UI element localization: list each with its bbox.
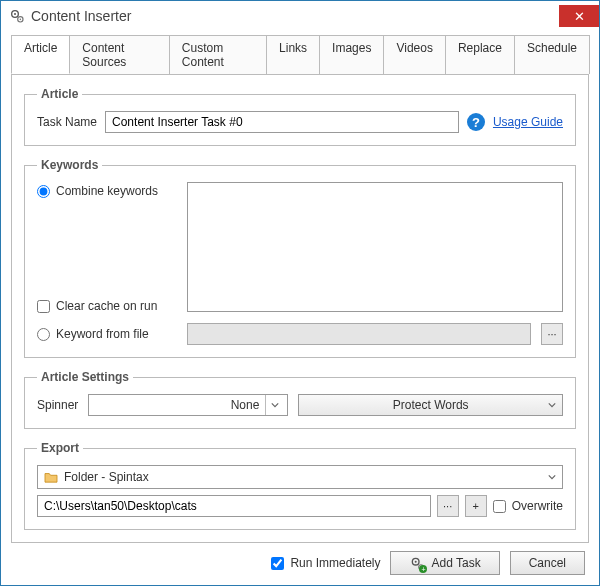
chevron-down-icon	[265, 395, 283, 415]
keywords-group: Keywords Combine keywords Clear cache on…	[24, 158, 576, 358]
tab-videos[interactable]: Videos	[383, 35, 445, 74]
spinner-select[interactable]: None	[88, 394, 288, 416]
combine-keywords-radio-input[interactable]	[37, 185, 50, 198]
svg-point-5	[415, 561, 417, 563]
tab-custom-content[interactable]: Custom Content	[169, 35, 267, 74]
overwrite-checkbox[interactable]: Overwrite	[493, 499, 563, 513]
keyword-from-file-label: Keyword from file	[56, 327, 149, 341]
close-button[interactable]: ✕	[559, 5, 599, 27]
export-path-browse-button[interactable]: ···	[437, 495, 459, 517]
spinner-label: Spinner	[37, 398, 78, 412]
add-task-label: Add Task	[431, 556, 480, 570]
chevron-down-icon	[548, 398, 556, 412]
overwrite-checkbox-input[interactable]	[493, 500, 506, 513]
article-legend: Article	[37, 87, 82, 101]
tab-content-sources[interactable]: Content Sources	[69, 35, 169, 74]
close-icon: ✕	[574, 9, 585, 24]
folder-icon	[44, 471, 58, 483]
cancel-button[interactable]: Cancel	[510, 551, 585, 575]
export-path-input[interactable]	[37, 495, 431, 517]
footer: Run Immediately + Add Task Cancel	[1, 543, 599, 585]
tab-links[interactable]: Links	[266, 35, 320, 74]
cancel-label: Cancel	[529, 556, 566, 570]
svg-point-3	[20, 19, 22, 21]
task-name-input[interactable]	[105, 111, 459, 133]
plus-icon: +	[472, 500, 478, 512]
protect-words-label: Protect Words	[393, 398, 469, 412]
export-type-value: Folder - Spintax	[64, 470, 542, 484]
help-icon[interactable]: ?	[467, 113, 485, 131]
gears-plus-icon: +	[409, 555, 425, 571]
keywords-legend: Keywords	[37, 158, 102, 172]
keywords-textarea[interactable]	[187, 182, 563, 312]
clear-cache-checkbox-input[interactable]	[37, 300, 50, 313]
keyword-file-browse-button[interactable]: ···	[541, 323, 563, 345]
task-name-label: Task Name	[37, 115, 97, 129]
keyword-file-path-input	[187, 323, 531, 345]
clear-cache-label: Clear cache on run	[56, 299, 157, 313]
svg-point-1	[14, 13, 16, 15]
usage-guide-link[interactable]: Usage Guide	[493, 115, 563, 129]
chevron-down-icon	[548, 470, 556, 484]
tab-article[interactable]: Article	[11, 35, 70, 74]
tab-strip: Article Content Sources Custom Content L…	[1, 31, 599, 75]
tab-images[interactable]: Images	[319, 35, 384, 74]
keyword-from-file-radio-input[interactable]	[37, 328, 50, 341]
run-immediately-label: Run Immediately	[290, 556, 380, 570]
gears-icon	[9, 8, 25, 24]
article-settings-legend: Article Settings	[37, 370, 133, 384]
tab-replace[interactable]: Replace	[445, 35, 515, 74]
window-title: Content Inserter	[31, 8, 559, 24]
titlebar: Content Inserter ✕	[1, 1, 599, 31]
ellipsis-icon: ···	[547, 328, 556, 340]
add-task-button[interactable]: + Add Task	[390, 551, 499, 575]
article-settings-group: Article Settings Spinner None Protect Wo…	[24, 370, 576, 429]
clear-cache-checkbox[interactable]: Clear cache on run	[37, 299, 177, 313]
article-group: Article Task Name ? Usage Guide	[24, 87, 576, 146]
protect-words-button[interactable]: Protect Words	[298, 394, 563, 416]
window: Content Inserter ✕ Article Content Sourc…	[0, 0, 600, 586]
run-immediately-checkbox[interactable]: Run Immediately	[271, 556, 380, 570]
combine-keywords-radio[interactable]: Combine keywords	[37, 184, 177, 198]
export-legend: Export	[37, 441, 83, 455]
combine-keywords-label: Combine keywords	[56, 184, 158, 198]
overwrite-label: Overwrite	[512, 499, 563, 513]
tab-content: Article Task Name ? Usage Guide Keywords…	[11, 74, 589, 543]
run-immediately-checkbox-input[interactable]	[271, 557, 284, 570]
ellipsis-icon: ···	[443, 500, 452, 512]
tab-schedule[interactable]: Schedule	[514, 35, 590, 74]
keyword-from-file-radio[interactable]: Keyword from file	[37, 327, 177, 341]
spinner-value: None	[97, 398, 265, 412]
export-path-add-button[interactable]: +	[465, 495, 487, 517]
export-group: Export Folder - Spintax ··· + Overwrite	[24, 441, 576, 530]
export-type-select[interactable]: Folder - Spintax	[37, 465, 563, 489]
